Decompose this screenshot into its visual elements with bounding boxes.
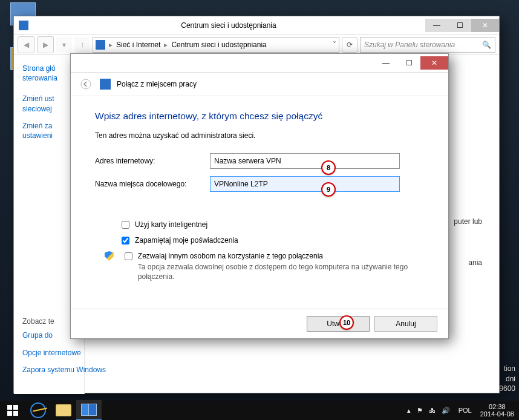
search-placeholder: Szukaj w Panelu sterowania: [364, 41, 482, 49]
search-icon: 🔍: [482, 41, 491, 49]
checkbox-allow-others[interactable]: Zezwalaj innym osobom na korzystanie z t…: [119, 251, 424, 282]
connect-workplace-wizard: — ☐ ✕ Połącz z miejscem pracy Wpisz adre…: [70, 53, 449, 339]
breadcrumb-seg-2[interactable]: Centrum sieci i udostępniania: [171, 41, 266, 49]
taskbar-left: [0, 400, 102, 420]
ie-icon: [30, 402, 46, 418]
tray-language[interactable]: POL: [456, 405, 474, 415]
maximize-button[interactable]: ☐: [448, 19, 471, 32]
back-button[interactable]: ◀: [18, 36, 34, 53]
tray-network-icon[interactable]: 🖧: [429, 407, 436, 414]
svg-point-0: [81, 79, 91, 89]
up-button[interactable]: ↑: [74, 37, 90, 53]
input-internet-address[interactable]: Nazwa serwera VPN: [210, 153, 400, 169]
shield-icon: [105, 251, 114, 261]
start-button[interactable]: [0, 401, 25, 420]
close-button[interactable]: ✕: [471, 19, 499, 32]
row-destination-name: Nazwa miejsca docelowego: VPNonline L2TP: [95, 176, 424, 192]
checkbox-remember-input[interactable]: [122, 237, 129, 244]
wizard-close-button[interactable]: ✕: [420, 56, 448, 70]
main-text-fragment-2: ania: [468, 258, 482, 267]
tray-volume-icon[interactable]: 🔊: [442, 407, 450, 415]
path-icon: [96, 40, 105, 50]
svg-rect-2: [13, 405, 18, 410]
tray-clock[interactable]: 02:38 2014-04-08: [480, 403, 514, 418]
search-box[interactable]: Szukaj w Panelu sterowania 🔍: [360, 37, 495, 53]
wizard-maximize-button[interactable]: ☐: [397, 56, 420, 70]
taskbar-ie[interactable]: [25, 401, 51, 420]
cancel-button[interactable]: Anuluj: [374, 316, 437, 332]
tray-chevron-icon[interactable]: ▴: [407, 407, 411, 415]
wizard-footer: Utwórz Anuluj: [71, 309, 448, 338]
create-button[interactable]: Utwórz: [307, 316, 370, 332]
wizard-content: Wpisz adres internetowy, z którym chcesz…: [71, 96, 448, 293]
checkbox-remember-label: Zapamiętaj moje poświadczenia: [135, 235, 238, 245]
refresh-button[interactable]: ⟳: [342, 37, 357, 53]
breadcrumb-sep: ▸: [109, 41, 113, 49]
label-destination-name: Nazwa miejsca docelowego:: [95, 180, 210, 188]
main-text-fragment-1: puter lub: [454, 217, 482, 226]
checkbox-remember[interactable]: Zapamiętaj moje poświadczenia: [119, 235, 424, 246]
svg-rect-1: [7, 405, 12, 410]
wizard-minimize-button[interactable]: —: [374, 56, 397, 70]
checkbox-smartcard[interactable]: Użyj karty inteligentnej: [119, 220, 424, 231]
taskbar-control-panel[interactable]: [76, 400, 102, 420]
toolbar: ◀ ▶ ▾ ↑ ▸ Sieć i Internet ▸ Centrum siec…: [14, 35, 499, 55]
wizard-heading: Wpisz adres internetowy, z którym chcesz…: [95, 111, 424, 122]
windows-logo-icon: [7, 405, 18, 416]
minimize-button[interactable]: —: [425, 19, 448, 32]
checkbox-allow-others-input[interactable]: [125, 252, 132, 260]
controlpanel-icon: [81, 404, 97, 416]
back-arrow-icon: [80, 79, 91, 90]
history-dropdown[interactable]: ▾: [56, 37, 72, 53]
checkbox-allow-others-text: Zezwalaj innym osobom na korzystanie z t…: [138, 251, 424, 282]
checkbox-smartcard-input[interactable]: [122, 221, 129, 229]
breadcrumb-seg-1[interactable]: Sieć i Internet: [116, 41, 160, 49]
input-destination-name[interactable]: VPNonline L2TP: [210, 176, 400, 192]
checkbox-allow-others-label: Zezwalaj innym osobom na korzystanie z t…: [138, 251, 424, 261]
address-bar[interactable]: ▸ Sieć i Internet ▸ Centrum sieci i udos…: [93, 37, 339, 53]
wizard-back-button[interactable]: [78, 76, 94, 92]
taskbar-explorer[interactable]: [51, 401, 76, 420]
tray-time: 02:38: [480, 403, 514, 410]
wizard-header: Połącz z miejscem pracy: [71, 73, 448, 96]
forward-button[interactable]: ▶: [37, 36, 54, 53]
address-dropdown-icon[interactable]: ˅: [333, 41, 336, 49]
wizard-titlebar[interactable]: — ☐ ✕: [71, 54, 448, 73]
tray-action-center-icon[interactable]: ⚑: [417, 407, 423, 415]
svg-rect-3: [7, 411, 12, 416]
checkbox-allow-others-sub: Ta opcja zezwala dowolnej osobie z dostę…: [138, 262, 424, 281]
system-tray[interactable]: ▴ ⚑ 🖧 🔊 POL 02:38 2014-04-08: [402, 403, 519, 418]
tray-date: 2014-04-08: [480, 410, 514, 418]
folder-icon: [56, 404, 71, 416]
network-icon: [19, 21, 28, 30]
workplace-icon: [100, 79, 111, 90]
taskbar[interactable]: ▴ ⚑ 🖧 🔊 POL 02:38 2014-04-08: [0, 401, 519, 420]
svg-rect-4: [13, 411, 18, 416]
window-title: Centrum sieci i udostępniania: [32, 21, 425, 30]
breadcrumb-sep2: ▸: [164, 41, 168, 49]
wizard-header-text: Połącz z miejscem pracy: [117, 80, 197, 88]
checkbox-smartcard-label: Użyj karty inteligentnej: [135, 220, 207, 229]
titlebar[interactable]: Centrum sieci i udostępniania — ☐ ✕: [14, 16, 499, 35]
label-internet-address: Adres internetowy:: [95, 157, 210, 165]
wizard-subheading: Ten adres można uzyskać od administrator…: [95, 131, 424, 140]
row-internet-address: Adres internetowy: Nazwa serwera VPN: [95, 153, 424, 169]
